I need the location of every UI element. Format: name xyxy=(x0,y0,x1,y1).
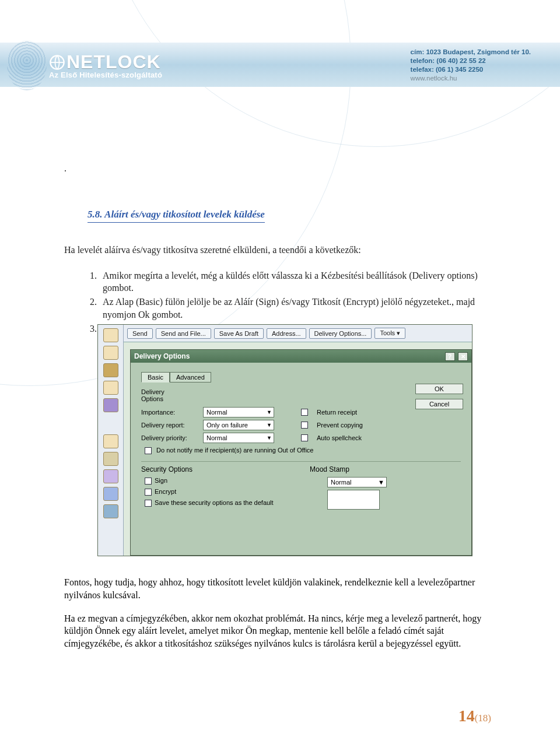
brand-logo: NETLOCK Az Első Hitelesítés-szolgáltató xyxy=(7,40,162,90)
after-paragraph: Ha ez megvan a címjegyzékében, akkor nem… xyxy=(64,612,496,650)
contact-block: cím: 1023 Budapest, Zsigmond tér 10. tel… xyxy=(411,48,531,83)
page-header-banner: NETLOCK Az Első Hitelesítés-szolgáltató … xyxy=(0,43,560,87)
save-default-checkbox[interactable] xyxy=(145,500,152,507)
sidebar-icon[interactable] xyxy=(103,381,118,395)
sidebar-icon[interactable] xyxy=(103,504,118,518)
brand-tagline: Az Első Hitelesítés-szolgáltató xyxy=(49,71,162,79)
mood-select[interactable]: Normal▼ xyxy=(327,477,387,487)
tab-basic[interactable]: Basic xyxy=(141,372,170,382)
step-item: Amikor megírta a levelét, még a küldés e… xyxy=(99,269,496,295)
importance-label: Importance: xyxy=(141,409,197,416)
sidebar-icon[interactable] xyxy=(103,363,118,377)
mood-stamp-header: Mood Stamp xyxy=(310,465,461,473)
delivery-priority-label: Delivery priority: xyxy=(141,434,197,441)
sign-checkbox[interactable] xyxy=(145,478,152,485)
delivery-priority-select[interactable]: Normal▼ xyxy=(203,433,274,443)
sidebar-icon[interactable] xyxy=(103,328,118,342)
cancel-button[interactable]: Cancel xyxy=(415,399,463,409)
mood-preview xyxy=(327,490,380,510)
delivery-options-dialog: Delivery Options ? ✕ Basic Advanced OK C… xyxy=(130,349,472,556)
address-button[interactable]: Address... xyxy=(267,328,306,339)
tab-advanced[interactable]: Advanced xyxy=(170,372,211,382)
save-draft-button[interactable]: Save As Draft xyxy=(214,328,264,339)
save-default-label: Save these security options as the defau… xyxy=(155,499,274,506)
sidebar-icon-column xyxy=(98,325,124,556)
dialog-title: Delivery Options xyxy=(134,352,190,360)
ok-button[interactable]: OK xyxy=(415,384,463,394)
delivery-options-button[interactable]: Delivery Options... xyxy=(309,328,372,339)
brand-name: NETLOCK xyxy=(66,51,161,73)
after-paragraph: Fontos, hogy tudja, hogy ahhoz, hogy tit… xyxy=(64,576,496,602)
divider xyxy=(141,461,461,462)
step-item: Az Alap (Basic) fülön jelölje be az Aláí… xyxy=(99,296,496,321)
section-title: 5.8. Aláírt és/vagy titkosított levelek … xyxy=(88,208,265,223)
sidebar-icon[interactable] xyxy=(103,434,118,448)
send-and-file-button[interactable]: Send and File... xyxy=(156,328,211,339)
contact-url: www.netlock.hu xyxy=(411,74,531,83)
do-not-notify-checkbox[interactable] xyxy=(145,447,152,454)
page-total: (18) xyxy=(475,713,491,724)
do-not-notify-label: Do not notify me if recipient(s) are run… xyxy=(156,447,313,454)
prevent-copying-checkbox[interactable] xyxy=(301,422,308,429)
encrypt-checkbox[interactable] xyxy=(145,489,152,496)
help-icon[interactable]: ? xyxy=(445,352,455,361)
contact-fax: telefax: (06 1) 345 2250 xyxy=(411,65,531,74)
delivery-report-select[interactable]: Only on failure▼ xyxy=(203,420,274,430)
page-number: 14(18) xyxy=(459,707,491,725)
delivery-report-value: Only on failure xyxy=(206,422,248,429)
contact-phone: telefon: (06 40) 22 55 22 xyxy=(411,57,531,65)
sidebar-icon[interactable] xyxy=(103,487,118,501)
sidebar-icon[interactable] xyxy=(103,452,118,466)
auto-spellcheck-checkbox[interactable] xyxy=(301,434,308,441)
prevent-copying-label: Prevent copying xyxy=(317,422,363,429)
sign-label: Sign xyxy=(155,477,167,484)
globe-icon xyxy=(49,54,65,71)
sidebar-icon[interactable] xyxy=(103,346,118,360)
close-icon[interactable]: ✕ xyxy=(458,352,468,361)
chevron-down-icon: ▼ xyxy=(267,409,272,415)
encrypt-label: Encrypt xyxy=(155,488,176,495)
return-receipt-label: Return receipt xyxy=(317,409,357,416)
section-intro: Ha levelét aláírva és/vagy titkosítva sz… xyxy=(64,244,496,257)
mail-toolbar: Send Send and File... Save As Draft Addr… xyxy=(124,325,472,342)
importance-value: Normal xyxy=(206,409,227,416)
sidebar-icon[interactable] xyxy=(103,398,118,412)
chevron-down-icon: ▼ xyxy=(378,479,384,486)
embedded-screenshot: Send Send and File... Save As Draft Addr… xyxy=(97,324,473,556)
leading-dot: . xyxy=(64,162,496,175)
contact-address: cím: 1023 Budapest, Zsigmond tér 10. xyxy=(411,48,531,57)
chevron-down-icon: ▼ xyxy=(267,435,272,441)
send-button[interactable]: Send xyxy=(127,328,153,339)
delivery-report-label: Delivery report: xyxy=(141,422,197,429)
chevron-down-icon: ▼ xyxy=(267,422,272,428)
section-after-text: Fontos, hogy tudja, hogy ahhoz, hogy tit… xyxy=(64,576,496,661)
delivery-priority-value: Normal xyxy=(206,434,227,441)
return-receipt-checkbox[interactable] xyxy=(301,409,308,416)
fingerprint-icon xyxy=(7,40,47,90)
sidebar-icon[interactable] xyxy=(103,469,118,483)
tools-button[interactable]: Tools xyxy=(374,328,405,339)
auto-spellcheck-label: Auto spellcheck xyxy=(317,434,362,441)
page-current: 14 xyxy=(459,707,475,725)
mood-value: Normal xyxy=(331,479,351,486)
importance-select[interactable]: Normal▼ xyxy=(203,407,274,417)
security-options-header: Security Options xyxy=(141,465,292,473)
